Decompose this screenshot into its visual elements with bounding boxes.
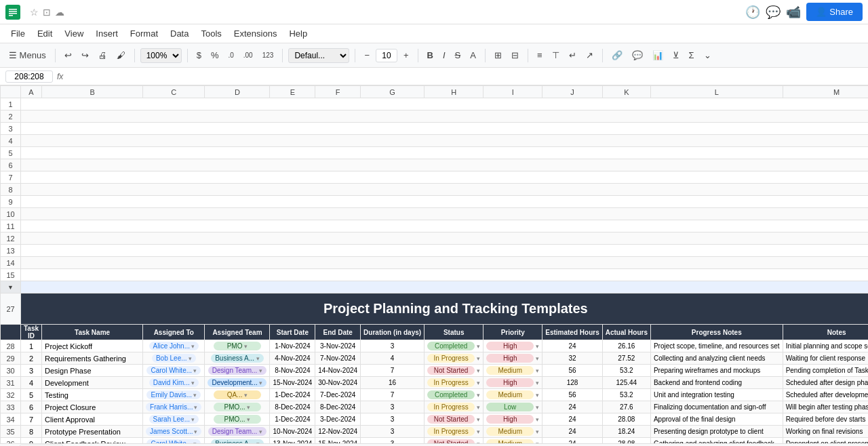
cell-assigned-to[interactable]: Sarah Lee... ▾ <box>143 413 205 426</box>
cell-status[interactable]: Completed ▾ <box>425 340 484 352</box>
star-icon[interactable]: ☆ <box>30 7 39 18</box>
row-num-36[interactable]: 36 <box>1 438 21 444</box>
cell-status[interactable]: In Progress ▾ <box>425 352 484 365</box>
video-icon[interactable]: 📹 <box>786 5 801 20</box>
cell-assigned-to[interactable]: Carol White... ▾ <box>143 365 205 377</box>
col-k[interactable]: K <box>602 86 650 98</box>
row-num-29[interactable]: 29 <box>1 352 21 365</box>
comment-button[interactable]: 💬 <box>629 48 646 62</box>
menu-tools[interactable]: Tools <box>195 26 226 41</box>
col-d[interactable]: D <box>205 86 270 98</box>
borders-button[interactable]: ⊞ <box>491 48 505 62</box>
menu-format[interactable]: Format <box>125 26 163 41</box>
row-num-10[interactable]: 10 <box>1 208 21 220</box>
format-paint-button[interactable]: 🖌 <box>113 48 129 62</box>
cell-assigned-team[interactable]: Business A... ▾ <box>205 352 270 365</box>
font-size-input[interactable] <box>376 49 397 62</box>
col-l[interactable]: L <box>650 86 783 98</box>
cell-status[interactable]: Not Started ▾ <box>425 413 484 426</box>
cell-assigned-to[interactable]: Bob Lee... ▾ <box>143 352 205 365</box>
col-h[interactable]: H <box>425 86 484 98</box>
text-wrap-button[interactable]: ↵ <box>566 48 580 62</box>
cell-priority[interactable]: High ▾ <box>484 413 542 426</box>
col-f[interactable]: F <box>315 86 361 98</box>
cell-priority[interactable]: Medium ▾ <box>484 426 542 438</box>
cell-assigned-team[interactable]: QA... ▾ <box>205 389 270 401</box>
cell-priority[interactable]: High ▾ <box>484 352 542 365</box>
cell-assigned-to[interactable]: David Kim... ▾ <box>143 377 205 389</box>
cell-status[interactable]: Not Started ▾ <box>425 438 484 444</box>
col-e[interactable]: E <box>270 86 315 98</box>
row-num-33[interactable]: 33 <box>1 401 21 413</box>
cell-assigned-to[interactable]: Alice John... ▾ <box>143 340 205 352</box>
row-num-1[interactable]: 1 <box>1 98 21 110</box>
camera-icon[interactable]: ⊡ <box>43 7 51 18</box>
font-family-select[interactable]: Defaul... <box>288 48 349 63</box>
cell-status[interactable]: In Progress ▾ <box>425 426 484 438</box>
row-num-35[interactable]: 35 <box>1 426 21 438</box>
cell-assigned-team[interactable]: Design Team... ▾ <box>205 365 270 377</box>
row-num-34[interactable]: 34 <box>1 413 21 426</box>
cell-priority[interactable]: High ▾ <box>484 377 542 389</box>
italic-button[interactable]: I <box>439 48 449 62</box>
cell-priority[interactable]: Medium ▾ <box>484 365 542 377</box>
functions-button[interactable]: Σ <box>686 48 698 62</box>
row-num-7[interactable]: 7 <box>1 171 21 184</box>
row-num-14[interactable]: 14 <box>1 257 21 269</box>
menus-button[interactable]: ☰ Menus <box>5 48 50 62</box>
row-num-9[interactable]: 9 <box>1 196 21 208</box>
cell-priority[interactable]: Medium ▾ <box>484 438 542 444</box>
row-num-2[interactable]: 2 <box>1 110 21 123</box>
history-icon[interactable]: 🕐 <box>745 5 760 20</box>
align-button[interactable]: ≡ <box>534 48 546 62</box>
row-num-3[interactable]: 3 <box>1 123 21 135</box>
row-num-13[interactable]: 13 <box>1 245 21 257</box>
cell-assigned-to[interactable]: Emily Davis... ▾ <box>143 389 205 401</box>
cell-status[interactable]: In Progress ▾ <box>425 401 484 413</box>
menu-insert[interactable]: Insert <box>90 26 123 41</box>
row-num-4[interactable]: 4 <box>1 135 21 147</box>
cell-status[interactable]: Completed ▾ <box>425 389 484 401</box>
decimal-more-button[interactable]: .0 <box>224 49 237 61</box>
col-j[interactable]: J <box>542 86 602 98</box>
menu-edit[interactable]: Edit <box>32 26 58 41</box>
merge-button[interactable]: ⊟ <box>508 48 522 62</box>
menu-view[interactable]: View <box>59 26 89 41</box>
decimal-less-button[interactable]: .00 <box>240 49 256 61</box>
valign-button[interactable]: ⊤ <box>549 48 563 62</box>
bold-button[interactable]: B <box>424 48 437 62</box>
currency-button[interactable]: $ <box>193 48 205 62</box>
row-num-30[interactable]: 30 <box>1 365 21 377</box>
strikethrough-button[interactable]: S <box>452 48 465 62</box>
row-num-6[interactable]: 6 <box>1 159 21 171</box>
row-num-27[interactable]: 27 <box>1 293 21 325</box>
more-button[interactable]: ⌄ <box>701 48 715 62</box>
cell-status[interactable]: In Progress ▾ <box>425 377 484 389</box>
cell-priority[interactable]: High ▾ <box>484 340 542 352</box>
format-number-button[interactable]: 123 <box>259 49 277 61</box>
zoom-select[interactable]: 100% <box>140 48 182 63</box>
filter-button[interactable]: ⊻ <box>669 48 683 62</box>
menu-extensions[interactable]: Extensions <box>229 26 283 41</box>
cell-reference[interactable] <box>5 70 53 83</box>
cell-assigned-to[interactable]: Carol White... ▾ <box>143 438 205 444</box>
cell-assigned-team[interactable]: Business A... ▾ <box>205 438 270 444</box>
cell-status[interactable]: Not Started ▾ <box>425 365 484 377</box>
col-g[interactable]: G <box>361 86 425 98</box>
cell-assigned-to[interactable]: James Scott... ▾ <box>143 426 205 438</box>
undo-button[interactable]: ↩ <box>61 48 75 62</box>
cell-assigned-team[interactable]: Development... ▾ <box>205 377 270 389</box>
cell-priority[interactable]: Low ▾ <box>484 401 542 413</box>
col-i[interactable]: I <box>484 86 542 98</box>
col-a[interactable]: A <box>21 86 42 98</box>
cell-assigned-team[interactable]: PMO... ▾ <box>205 401 270 413</box>
link-button[interactable]: 🔗 <box>608 48 626 62</box>
menu-file[interactable]: File <box>5 26 31 41</box>
row-num-15[interactable]: 15 <box>1 269 21 281</box>
cell-priority[interactable]: Medium ▾ <box>484 389 542 401</box>
row-num-11[interactable]: 11 <box>1 220 21 232</box>
formula-input[interactable] <box>67 71 863 82</box>
redo-button[interactable]: ↪ <box>78 48 92 62</box>
print-button[interactable]: 🖨 <box>95 48 111 62</box>
row-num-8[interactable]: 8 <box>1 184 21 196</box>
